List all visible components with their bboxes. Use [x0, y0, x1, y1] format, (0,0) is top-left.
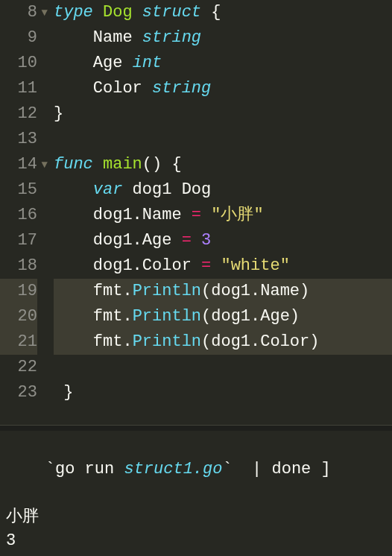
code-token: = [201, 256, 211, 275]
terminal-output-line: 3 [6, 529, 386, 553]
code-token: fmt. [54, 307, 133, 326]
code-line[interactable]: type Dog struct { [54, 0, 392, 25]
line-number: 22 [0, 355, 37, 380]
line-number: 8▼ [0, 0, 37, 25]
code-token: Color [54, 79, 152, 98]
code-token: var [93, 180, 123, 199]
code-line[interactable] [54, 355, 392, 380]
code-token: Println [133, 332, 201, 351]
code-token: "小胖" [211, 206, 263, 224]
code-token: Println [133, 282, 201, 300]
code-token: fmt. [54, 282, 133, 300]
code-token [93, 155, 103, 174]
code-line[interactable]: dog1.Color = "white" [54, 253, 392, 279]
code-token: Name [54, 28, 142, 47]
code-token: (dog1.Age) [201, 307, 300, 326]
code-token: dog1.Name [54, 206, 192, 224]
line-number: 23 [0, 380, 37, 405]
fold-marker-icon[interactable]: ▼ [42, 152, 48, 177]
line-number: 12 [0, 101, 37, 127]
terminal-command-line: `go run struct1.go` | done ] [6, 434, 386, 505]
code-token: = [182, 231, 192, 250]
code-token: main [103, 155, 142, 174]
code-token: 3 [201, 231, 211, 250]
line-number: 20 [0, 304, 37, 329]
line-number: 19 [0, 279, 37, 304]
code-token: } [54, 383, 73, 402]
code-token: "white" [221, 256, 289, 275]
line-number [0, 405, 37, 431]
terminal-panel[interactable]: `go run struct1.go` | done ] 小胖3white [0, 431, 392, 556]
code-token: = [192, 206, 201, 224]
code-line[interactable]: fmt.Println(dog1.Color) [54, 329, 392, 355]
code-area[interactable]: type Dog struct { Name string Age int Co… [40, 0, 392, 425]
terminal-output: 小胖3white [6, 505, 386, 556]
code-token: dog1.Color [54, 256, 201, 275]
code-line[interactable] [54, 405, 392, 431]
terminal-cmd-prefix: `go run [45, 460, 124, 478]
code-token: fmt. [54, 332, 133, 351]
line-number: 9 [0, 25, 37, 51]
code-token: () { [142, 155, 182, 174]
line-number: 16 [0, 203, 37, 228]
code-line[interactable]: fmt.Println(dog1.Age) [54, 304, 392, 329]
line-number: 10 [0, 51, 37, 76]
code-line[interactable]: Name string [54, 25, 392, 51]
code-line[interactable]: } [54, 101, 392, 127]
code-line[interactable]: fmt.Println(dog1.Name) [54, 279, 392, 304]
code-token: func [54, 155, 93, 174]
code-line[interactable]: var dog1 Dog [54, 177, 392, 203]
code-token: dog1 Dog [122, 180, 211, 199]
code-token: type [54, 3, 93, 22]
code-token: Age [54, 54, 133, 72]
code-line[interactable] [54, 127, 392, 152]
code-token: string [152, 79, 211, 98]
terminal-output-line: white [6, 553, 386, 556]
code-editor[interactable]: 8▼91011121314▼151617181920212223 type Do… [0, 0, 392, 425]
code-token [192, 231, 201, 250]
line-number: 14▼ [0, 152, 37, 177]
code-token: struct [142, 3, 201, 22]
terminal-cmd-suffix: ` | done ] [222, 460, 330, 478]
code-token: (dog1.Name) [201, 282, 309, 300]
terminal-cmd-file: struct1.go [124, 460, 222, 478]
line-number-gutter: 8▼91011121314▼151617181920212223 [0, 0, 40, 425]
line-number: 11 [0, 76, 37, 101]
code-token [54, 180, 93, 199]
code-token: dog1.Age [54, 231, 182, 250]
code-token: string [142, 28, 201, 47]
line-number: 18 [0, 253, 37, 279]
code-line[interactable]: dog1.Age = 3 [54, 228, 392, 253]
code-line[interactable]: Color string [54, 76, 392, 101]
code-line[interactable]: func main() { [54, 152, 392, 177]
fold-marker-icon[interactable]: ▼ [42, 0, 48, 25]
line-number: 13 [0, 127, 37, 152]
code-token: Dog [103, 3, 133, 22]
line-number: 17 [0, 228, 37, 253]
terminal-output-line: 小胖 [6, 505, 386, 529]
code-token [201, 206, 211, 224]
code-token [211, 256, 221, 275]
code-line[interactable]: } [54, 380, 392, 405]
code-line[interactable]: Age int [54, 51, 392, 76]
code-token [93, 3, 103, 22]
code-token: int [133, 54, 162, 72]
line-number: 15 [0, 177, 37, 203]
code-token [133, 3, 142, 22]
line-number: 21 [0, 329, 37, 355]
code-token: Println [133, 307, 201, 326]
code-token: (dog1.Color) [201, 332, 319, 351]
code-line[interactable]: dog1.Name = "小胖" [54, 203, 392, 228]
code-token: } [54, 104, 63, 123]
code-token: { [201, 3, 221, 22]
